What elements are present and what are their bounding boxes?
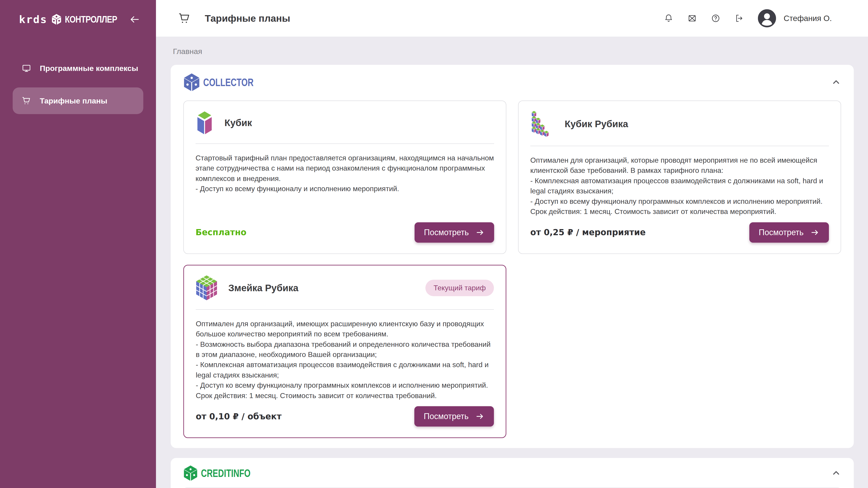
- arrow-left-icon: [129, 14, 140, 25]
- tariff-card-zmeyka-rubika: Змейка Рубика Текущий тариф Оптимален дл…: [183, 265, 506, 438]
- divider: [195, 143, 494, 144]
- sidebar: krds КОНТРОЛЛЕР Программные комплексы: [0, 0, 156, 488]
- top-header: Тарифные планы: [156, 0, 868, 37]
- bell-icon: [664, 13, 673, 23]
- sidebar-collapse-button[interactable]: [129, 14, 140, 25]
- sidebar-menu: Программные комплексы Тарифные планы: [0, 55, 156, 114]
- creditinfo-panel: CREDITINFO В программном комплексе отсут…: [170, 458, 854, 488]
- collector-panel: COLLECTOR Ку: [170, 65, 854, 448]
- creditinfo-collapse-button[interactable]: [831, 468, 841, 478]
- app-logo: krds КОНТРОЛЛЕР: [0, 0, 156, 26]
- tariff-card-kubik-rubika: Кубик Рубика Оптимален для организаций, …: [518, 101, 841, 254]
- monitor-icon: [22, 64, 31, 73]
- card-description: Стартовый тарифный план предоставляется …: [195, 153, 494, 194]
- page-title: Тарифные планы: [205, 13, 290, 24]
- help-button[interactable]: [711, 13, 720, 23]
- creditinfo-cube-icon: [183, 465, 198, 481]
- sidebar-item-label: Тарифные планы: [40, 96, 107, 105]
- card-description: Оптимален для организаций, которые прово…: [530, 155, 829, 217]
- user-name: Стефания О.: [784, 14, 832, 23]
- breadcrumb: Главная: [170, 37, 854, 65]
- collector-collapse-button[interactable]: [831, 77, 841, 87]
- card-description: Оптимален для организаций, имеющих расши…: [196, 319, 494, 401]
- creditinfo-brand: CREDITINFO: [183, 465, 265, 481]
- collector-brand-name: COLLECTOR: [203, 76, 254, 89]
- krds-cube-icon: [51, 14, 62, 25]
- creditinfo-brand-name: CREDITINFO: [201, 467, 250, 480]
- collector-cube-icon: [183, 73, 200, 92]
- messages-button[interactable]: [687, 13, 697, 23]
- product-logo-text: КОНТРОЛЛЕР: [65, 14, 117, 25]
- arrow-right-icon: [475, 412, 485, 421]
- mail-icon: [687, 13, 697, 23]
- breadcrumb-home-link[interactable]: Главная: [173, 47, 202, 56]
- chevron-up-icon: [831, 77, 841, 87]
- sidebar-item-program-complexes[interactable]: Программные комплексы: [13, 55, 143, 82]
- logout-button[interactable]: [735, 13, 744, 23]
- view-tariff-button[interactable]: Посмотреть: [414, 222, 494, 242]
- notifications-button[interactable]: [664, 13, 673, 23]
- card-title: Кубик Рубика: [565, 119, 628, 129]
- help-icon: [711, 13, 720, 23]
- cube-icon: [195, 111, 214, 135]
- current-tariff-badge: Текущий тариф: [426, 280, 494, 296]
- sidebar-item-label: Программные комплексы: [40, 64, 138, 73]
- cart-icon: [178, 12, 191, 25]
- arrow-right-icon: [810, 228, 819, 237]
- user-menu[interactable]: Стефания О.: [758, 9, 832, 27]
- divider: [196, 309, 494, 310]
- tariff-cards-grid: Кубик Стартовый тарифный план предоставл…: [183, 101, 841, 438]
- main-content: Главная COLLECTOR: [156, 37, 868, 488]
- view-tariff-button[interactable]: Посмотреть: [414, 406, 494, 427]
- logout-icon: [735, 13, 744, 23]
- card-title: Змейка Рубика: [228, 283, 298, 293]
- rubik-cube-icon: [196, 275, 217, 301]
- sidebar-item-tariff-plans[interactable]: Тарифные планы: [13, 88, 143, 114]
- arrow-right-icon: [475, 228, 485, 237]
- cart-icon: [22, 96, 31, 105]
- card-title: Кубик: [224, 118, 252, 128]
- cube-stack-icon: [530, 111, 554, 137]
- avatar-person-icon: [758, 9, 776, 27]
- view-tariff-button[interactable]: Посмотреть: [749, 222, 829, 242]
- chevron-up-icon: [831, 468, 841, 478]
- card-price: от 0,10 ₽ / объект: [196, 412, 282, 421]
- card-price: Бесплатно: [195, 228, 246, 237]
- collector-brand: COLLECTOR: [183, 73, 268, 92]
- divider: [530, 146, 829, 146]
- krds-logo-text: krds: [19, 13, 47, 26]
- card-price: от 0,25 ₽ / мероприятие: [530, 228, 646, 237]
- tariff-card-kubik: Кубик Стартовый тарифный план предоставл…: [183, 101, 506, 254]
